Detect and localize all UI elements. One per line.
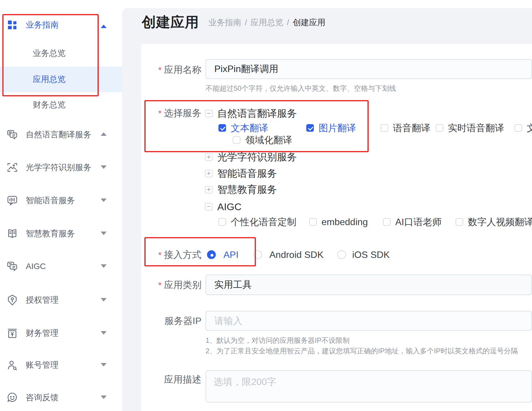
sidebar-item-label: 业务指南 [26, 19, 59, 30]
checkbox-custom-voice[interactable] [218, 218, 226, 226]
breadcrumb-item-business-guide[interactable]: 业务指南 [208, 17, 241, 28]
tree-node-label[interactable]: 智慧教育服务 [217, 183, 277, 196]
app-name-input[interactable] [206, 59, 532, 79]
expand-expander-icon[interactable]: + [205, 186, 213, 193]
tree-node-speech-service: + 智能语音服务 [205, 168, 277, 179]
voice-bubble-icon [6, 195, 18, 206]
collapse-expander-icon[interactable]: − [205, 203, 213, 210]
cash-box-icon [6, 327, 18, 339]
checkbox-label-speech-translation[interactable]: 语音翻译 [393, 121, 430, 134]
app-description-textarea[interactable] [206, 370, 532, 403]
server-ip-input[interactable] [206, 311, 532, 331]
chevron-down-icon[interactable] [101, 165, 107, 169]
sidebar-item-app-overview[interactable]: 应用总览 [33, 73, 66, 85]
app-name-helper-text: 不能超过50个字符，仅允许输入中英文、数字、空格与下划线 [206, 84, 396, 93]
checkbox-ai-speaking-teacher[interactable] [383, 218, 391, 226]
breadcrumb-item-current: 创建应用 [293, 17, 326, 28]
breadcrumb: 业务指南 / 应用总览 / 创建应用 [208, 18, 326, 28]
expand-expander-icon[interactable]: + [205, 170, 213, 177]
sidebar-item-business-overview[interactable]: 业务总览 [33, 47, 66, 59]
chat-bubbles-icon [6, 261, 18, 272]
tree-node-education-service: + 智慧教育服务 [205, 184, 277, 196]
tree-node-label[interactable]: 自然语言翻译服务 [217, 107, 297, 120]
chevron-up-icon[interactable] [101, 25, 107, 28]
checkbox-label-ai-speaking-teacher[interactable]: AI口语老师 [395, 215, 442, 228]
app-category-label: *应用类别 [128, 278, 201, 291]
checkbox-label-domain-translation[interactable]: 领域化翻译 [245, 133, 292, 146]
expand-expander-icon[interactable]: + [205, 153, 213, 161]
chevron-down-icon[interactable] [101, 264, 107, 268]
open-book-icon [6, 228, 18, 239]
image-scan-icon [6, 162, 18, 173]
chat-translate-icon [6, 129, 18, 141]
checkbox-label-text-translation[interactable]: 文本翻译 [231, 121, 268, 134]
app-name-label: *应用名称 [128, 63, 201, 76]
access-mode-label: *接入方式 [128, 248, 201, 261]
tree-node-label[interactable]: 智能语音服务 [217, 167, 277, 180]
tree-node-aigc: − AIGC [205, 201, 242, 213]
radio-ios-sdk[interactable] [337, 250, 346, 259]
radio-label-ios-sdk[interactable]: iOS SDK [352, 248, 390, 261]
radio-android-sdk[interactable] [253, 250, 262, 259]
checkbox-realtime-speech-translation[interactable] [436, 124, 443, 132]
grid-icon [6, 19, 18, 31]
chevron-down-icon[interactable] [101, 331, 107, 335]
radio-label-api[interactable]: API [223, 248, 239, 261]
required-asterisk: * [158, 65, 162, 75]
user-icon [6, 359, 18, 371]
sidebar-item-label: 账号管理 [26, 359, 59, 371]
tree-node-nlp-service: − 自然语言翻译服务 [205, 108, 297, 119]
select-services-label: *选择服务 [128, 107, 201, 119]
required-asterisk: * [158, 250, 162, 260]
collapse-expander-icon[interactable]: − [205, 110, 213, 117]
radio-label-android-sdk[interactable]: Android SDK [269, 248, 324, 261]
shield-key-icon [6, 294, 18, 306]
app-category-select[interactable] [206, 275, 532, 295]
breadcrumb-item-app-overview[interactable]: 应用总览 [251, 17, 283, 28]
checkbox-domain-translation[interactable] [233, 136, 240, 144]
server-ip-label: 服务器IP [128, 314, 201, 327]
checkbox-label-custom-voice[interactable]: 个性化语音定制 [231, 215, 296, 228]
chevron-down-icon[interactable] [101, 198, 107, 202]
chevron-down-icon[interactable] [101, 363, 107, 367]
sidebar-item-label: 咨询反馈 [26, 392, 59, 403]
breadcrumb-separator: / [287, 18, 289, 27]
checkbox-label-realtime-speech-translation[interactable]: 实时语音翻译 [448, 121, 504, 134]
tree-node-label[interactable]: 光学字符识别服务 [217, 150, 297, 164]
chevron-down-icon[interactable] [101, 395, 107, 399]
radio-api[interactable] [207, 250, 216, 259]
server-ip-helper-1: 1、默认为空，对访问的应用服务器IP不设限制 [206, 336, 350, 345]
checkbox-text-translation[interactable] [218, 124, 226, 132]
checkbox-label-digital-human-video[interactable]: 数字人视频翻译 [468, 215, 532, 228]
checkbox-clipped[interactable] [514, 124, 522, 132]
server-ip-helper-2: 2、为了正常且安全地使用智云产品，建议您填写正确的IP地址，输入多个IP时以英文… [206, 346, 518, 356]
checkbox-label-image-translation[interactable]: 图片翻译 [319, 121, 356, 134]
checkbox-image-translation[interactable] [306, 124, 314, 132]
sidebar-item-label: 智慧教育服务 [26, 228, 75, 239]
feedback-smile-icon [6, 392, 18, 403]
page-title: 创建应用 [142, 13, 199, 32]
app-window: 业务指南 业务总览 应用总览 财务总览 自然语言翻译服务 光学字符识别服务 [0, 0, 532, 411]
checkbox-embedding[interactable] [309, 218, 317, 226]
sidebar-item-finance-overview[interactable]: 财务总览 [33, 99, 66, 111]
checkbox-label-embedding[interactable]: embedding [321, 215, 368, 228]
required-asterisk: * [158, 280, 162, 290]
sidebar-item-label: 智能语音服务 [26, 195, 75, 206]
app-description-label: 应用描述 [128, 373, 201, 386]
checkbox-digital-human-video[interactable] [456, 218, 463, 226]
sidebar-item-label: 财务管理 [26, 328, 59, 339]
chevron-down-icon[interactable] [101, 232, 107, 235]
sidebar-item-label: 自然语言翻译服务 [26, 129, 91, 140]
sidebar-item-label: AIGC [26, 262, 46, 271]
tree-node-ocr-service: + 光学字符识别服务 [205, 151, 297, 163]
sidebar-item-label: 授权管理 [26, 294, 59, 306]
checkbox-speech-translation[interactable] [381, 124, 388, 132]
sidebar-item-label: 光学字符识别服务 [26, 162, 91, 173]
breadcrumb-separator: / [245, 18, 247, 27]
chevron-down-icon[interactable] [101, 298, 107, 302]
chevron-up-icon[interactable] [101, 132, 107, 136]
checkbox-label-clipped[interactable]: 文 [527, 121, 532, 134]
tree-node-label[interactable]: AIGC [217, 201, 242, 213]
required-asterisk: * [158, 108, 162, 118]
